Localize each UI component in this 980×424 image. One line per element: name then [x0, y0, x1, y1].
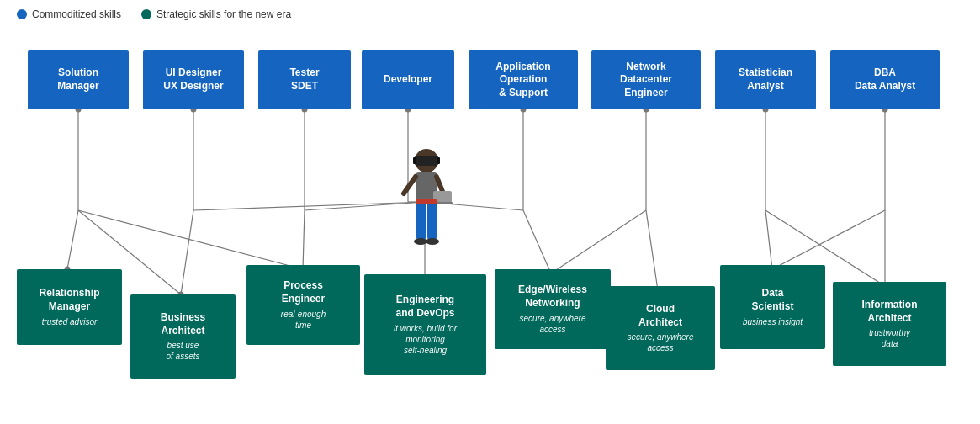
svg-rect-42: [415, 156, 438, 166]
svg-line-26: [765, 210, 772, 269]
cloud-architect-title: CloudArchitect: [638, 303, 682, 329]
card-dba: DBAData Analyst: [830, 50, 940, 109]
edge-networking-title: Edge/WirelessNetworking: [518, 284, 587, 310]
svg-line-7: [193, 202, 425, 210]
svg-line-6: [181, 210, 193, 294]
commoditized-dot: [17, 9, 27, 19]
svg-line-18: [523, 210, 551, 273]
card-developer: Developer: [362, 50, 454, 109]
svg-line-23: [646, 210, 658, 290]
card-statistician: StatisticianAnalyst: [715, 50, 816, 109]
developer-title: Developer: [384, 73, 432, 87]
svg-rect-51: [427, 202, 437, 240]
information-architect-subtitle: trustworthydata: [869, 327, 910, 349]
svg-line-1: [67, 210, 78, 269]
card-ui-designer: UI DesignerUX Designer: [143, 50, 244, 109]
process-engineer-subtitle: real-enoughtime: [281, 309, 326, 331]
engineering-devops-title: Engineeringand DevOps: [395, 294, 454, 320]
card-tester: TesterSDET: [258, 50, 351, 109]
relationship-manager-subtitle: trusted advisor: [42, 316, 98, 327]
dba-title: DBAData Analyst: [855, 66, 915, 93]
relationship-manager-title: RelationshipManager: [39, 287, 99, 313]
svg-rect-54: [416, 199, 437, 204]
process-engineer-title: ProcessEngineer: [282, 279, 325, 305]
commoditized-label: Commoditized skills: [32, 8, 121, 20]
ui-designer-title: UI DesignerUX Designer: [163, 66, 223, 93]
card-solution-manager: SolutionManager: [28, 50, 129, 109]
information-architect-title: InformationArchitect: [862, 299, 918, 325]
svg-rect-43: [413, 157, 416, 164]
card-relationship-manager: RelationshipManager trusted advisor: [17, 269, 122, 345]
svg-line-30: [772, 210, 885, 269]
card-app-operation: ApplicationOperation& Support: [469, 50, 578, 109]
card-information-architect: InformationArchitect trustworthydata: [833, 282, 946, 366]
svg-line-46: [404, 177, 416, 193]
legend-commoditized: Commoditized skills: [17, 8, 121, 20]
person-svg: [400, 147, 454, 269]
card-process-engineer: ProcessEngineer real-enoughtime: [246, 265, 360, 345]
card-cloud-architect: CloudArchitect secure, anywhereaccess: [606, 286, 715, 370]
data-scientist-title: DataScientist: [751, 287, 793, 313]
business-architect-subtitle: best useof assets: [166, 340, 199, 362]
statistician-title: StatisticianAnalyst: [739, 66, 792, 93]
svg-line-22: [551, 210, 646, 273]
edge-networking-subtitle: secure, anywhereaccess: [520, 313, 586, 335]
card-data-scientist: DataScientist business insight: [720, 265, 825, 349]
svg-rect-50: [416, 202, 426, 240]
engineering-devops-subtitle: it works, build formonitoringself-healin…: [394, 323, 457, 356]
svg-point-52: [414, 238, 427, 245]
card-edge-networking: Edge/WirelessNetworking secure, anywhere…: [495, 269, 611, 349]
diagram: SolutionManager UI DesignerUX Designer T…: [0, 25, 980, 412]
card-engineering-devops: Engineeringand DevOps it works, build fo…: [364, 274, 486, 375]
legend-strategic: Strategic skills for the new era: [141, 8, 291, 20]
strategic-dot: [141, 9, 151, 19]
svg-line-3: [78, 210, 303, 269]
svg-point-53: [426, 238, 439, 245]
card-network-engineer: NetworkDatacenterEngineer: [591, 50, 701, 109]
network-engineer-title: NetworkDatacenterEngineer: [620, 61, 672, 100]
card-business-architect: BusinessArchitect best useof assets: [130, 294, 236, 379]
legend: Commoditized skills Strategic skills for…: [0, 0, 980, 25]
solution-manager-title: SolutionManager: [57, 66, 98, 93]
tester-title: TesterSDET: [289, 66, 319, 93]
person-figure: [400, 147, 454, 269]
cloud-architect-subtitle: secure, anywhereaccess: [628, 331, 694, 353]
svg-line-10: [303, 210, 305, 269]
data-scientist-subtitle: business insight: [743, 316, 803, 327]
strategic-label: Strategic skills for the new era: [156, 8, 291, 20]
app-operation-title: ApplicationOperation& Support: [495, 61, 550, 100]
business-architect-title: BusinessArchitect: [161, 311, 205, 337]
svg-rect-44: [437, 157, 440, 164]
